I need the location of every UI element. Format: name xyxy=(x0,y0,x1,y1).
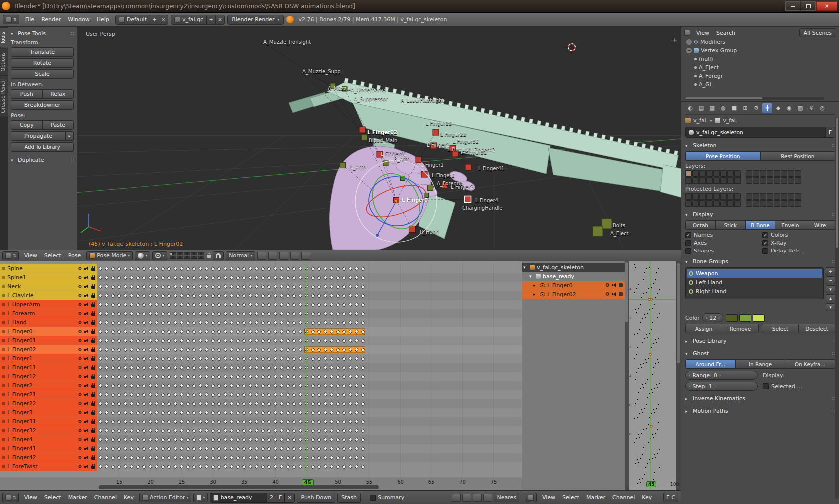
keyframe-row-l-finger32[interactable] xyxy=(99,429,365,433)
channel-lock-icon[interactable] xyxy=(91,430,95,433)
fake-user-button[interactable]: F xyxy=(825,127,835,137)
channel-settings-icon[interactable]: ⚙ xyxy=(605,283,610,288)
armature-name-field[interactable]: v_fal.qc_skeleton F xyxy=(685,127,835,138)
lock-icon[interactable] xyxy=(207,255,211,258)
channel-mute-icon[interactable] xyxy=(84,455,89,460)
channel-pin-icon[interactable] xyxy=(619,283,623,287)
channel-lock-icon[interactable] xyxy=(91,439,95,442)
rotate-button[interactable]: Rotate xyxy=(11,58,74,68)
channel-row-l-forearm[interactable]: L Forearm⚙ xyxy=(0,309,97,318)
channel-row-l-finger11[interactable]: L Finger11⚙ xyxy=(0,363,97,372)
bone-marker[interactable] xyxy=(340,163,346,168)
layer-cell[interactable] xyxy=(746,177,752,184)
channel-lock-icon[interactable] xyxy=(91,376,95,379)
channel-row-l-finger4[interactable]: L Finger4⚙ xyxy=(0,435,97,444)
bone-marker[interactable] xyxy=(377,151,383,157)
layer-cell[interactable] xyxy=(194,252,197,255)
info-menu-render[interactable]: Render xyxy=(38,15,64,24)
ghost-mode-on-keyfra-[interactable]: On Keyfra... xyxy=(785,359,835,369)
channel-mute-icon[interactable] xyxy=(84,302,89,307)
show-errors-icon[interactable] xyxy=(462,494,471,502)
bone-group-right-hand[interactable]: Right Hand xyxy=(687,287,822,296)
channel-lock-icon[interactable] xyxy=(91,358,95,361)
checkbox[interactable]: ✓ xyxy=(762,240,768,246)
layer-cell[interactable] xyxy=(699,170,706,177)
tree-row-l-finger0[interactable]: ▸L Finger0⚙ xyxy=(522,281,625,290)
channel-mute-icon[interactable] xyxy=(84,401,89,406)
copy-keyframes-icon[interactable] xyxy=(473,494,482,502)
channel-settings-icon[interactable]: ⚙ xyxy=(78,338,82,343)
translate-button[interactable]: Translate xyxy=(11,47,74,57)
layer-cell[interactable] xyxy=(753,170,759,177)
visibility-eye-icon[interactable] xyxy=(540,283,545,287)
bone-marker[interactable] xyxy=(330,83,335,88)
layer-cell[interactable] xyxy=(184,252,187,255)
draw-type-b-bone[interactable]: B-Bone xyxy=(746,220,776,230)
channel-lock-icon[interactable] xyxy=(91,268,95,271)
tree-scrollbar[interactable] xyxy=(625,261,629,490)
scale-button[interactable]: Scale xyxy=(11,69,74,79)
layer-cell[interactable] xyxy=(720,170,727,177)
bone-marker[interactable] xyxy=(442,182,448,188)
viewport-shading-select[interactable]: ▾ xyxy=(135,251,150,260)
layer-cell[interactable] xyxy=(774,193,780,200)
channel-mute-icon[interactable] xyxy=(84,365,89,370)
layer-cell[interactable] xyxy=(198,252,201,255)
channel-mute-icon[interactable] xyxy=(612,283,617,288)
add-layout-button[interactable]: + xyxy=(150,15,159,24)
mini-current-frame-badge[interactable]: 45 xyxy=(646,481,657,487)
section-header-display[interactable]: ▾ Display ∷ xyxy=(685,210,835,219)
outliner-item-a-foregr[interactable]: A_Foregr xyxy=(684,72,836,80)
layer-cell[interactable] xyxy=(781,177,787,184)
layer-cell[interactable] xyxy=(201,252,204,255)
snap-element-icon[interactable] xyxy=(257,252,266,260)
channel-lock-icon[interactable] xyxy=(91,412,95,415)
editor-type-button[interactable]: ⇅ xyxy=(3,15,19,24)
channel-mute-icon[interactable] xyxy=(612,292,617,297)
outliner-menu-view[interactable]: View xyxy=(693,29,713,37)
properties-tab-physics[interactable]: ◎ xyxy=(817,103,827,113)
summary-toggle[interactable]: Summary xyxy=(370,494,404,501)
properties-tab-render[interactable]: ◐ xyxy=(685,103,695,113)
add-scene-button[interactable]: + xyxy=(206,15,215,24)
layer-cell[interactable] xyxy=(191,252,194,255)
channel-settings-icon[interactable]: ⚙ xyxy=(78,329,82,334)
view3d-menu-view[interactable]: View xyxy=(21,252,41,260)
bone-group-left-hand[interactable]: Left Hand xyxy=(687,278,822,287)
layer-cell[interactable] xyxy=(753,193,759,200)
outliner-item--null-[interactable]: (null) xyxy=(684,55,836,63)
keyframe-row-l-clavicle[interactable] xyxy=(99,294,365,298)
drag-handle-icon[interactable]: ∷ xyxy=(71,157,74,163)
frame-ruler[interactable]: 1520253035404550556065707545 xyxy=(0,477,522,490)
layer-cell[interactable] xyxy=(760,170,766,177)
maximize-button[interactable] xyxy=(801,1,816,11)
pivot-select[interactable]: ▾ xyxy=(152,251,167,260)
properties-tab-bone[interactable]: ◆ xyxy=(773,103,783,113)
channel-row-l-finger02[interactable]: L Finger02⚙ xyxy=(0,345,97,354)
layer-cell[interactable] xyxy=(734,170,741,177)
keyframe-row-l-finger02[interactable] xyxy=(99,348,365,352)
paste-keyframes-icon[interactable] xyxy=(483,494,492,502)
keyframe-row-l-finger22[interactable] xyxy=(99,402,365,406)
render-opengl-icon[interactable] xyxy=(290,252,299,260)
bone-marker[interactable] xyxy=(465,164,471,170)
channel-mute-icon[interactable] xyxy=(84,410,89,415)
bone-marker[interactable] xyxy=(428,185,433,191)
layer-cell[interactable] xyxy=(720,200,727,207)
filter-mode-select[interactable]: F-C xyxy=(663,493,678,502)
layer-cell[interactable] xyxy=(788,193,794,200)
step-up-icon[interactable]: › xyxy=(714,384,716,389)
bone-marker[interactable] xyxy=(602,219,612,229)
layer-cell[interactable] xyxy=(734,193,741,200)
properties-tab-particles[interactable]: ※ xyxy=(806,103,816,113)
display-option-names[interactable]: ✓Names xyxy=(685,232,758,238)
pose-position-button[interactable]: Pose Position xyxy=(685,151,761,161)
channel-mute-icon[interactable] xyxy=(84,320,89,325)
channel-mute-icon[interactable] xyxy=(84,329,89,334)
layer-cell[interactable] xyxy=(720,193,727,200)
channel-row-l-finger41[interactable]: L Finger41⚙ xyxy=(0,444,97,453)
channel-settings-icon[interactable]: ⚙ xyxy=(78,311,82,316)
relax-button[interactable]: Relax xyxy=(42,89,74,99)
properties-tab-modifiers[interactable]: ⚙ xyxy=(751,103,761,113)
summary-checkbox[interactable] xyxy=(370,495,376,501)
